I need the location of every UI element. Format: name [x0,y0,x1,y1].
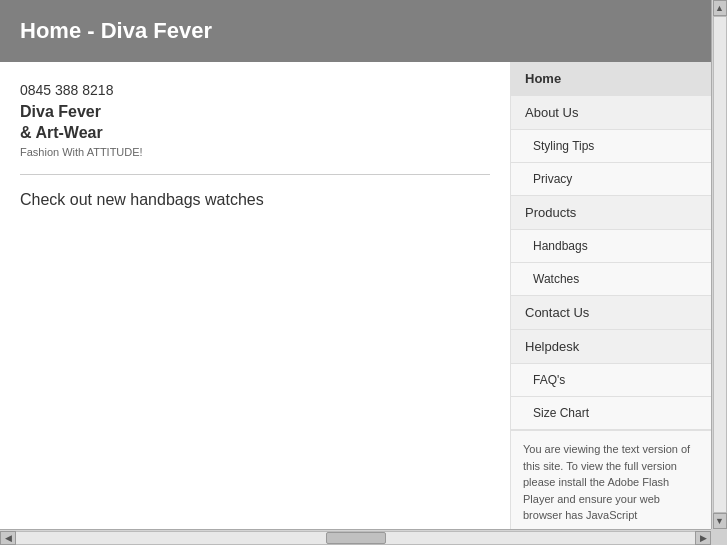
right-nav: HomeAbout UsStyling TipsPrivacyProductsH… [511,62,711,529]
scroll-right-arrow[interactable]: ▶ [695,531,711,545]
flash-notice: You are viewing the text version of this… [511,430,711,529]
scroll-up-arrow[interactable]: ▲ [713,0,727,16]
left-content: 0845 388 8218 Diva Fever & Art-Wear Fash… [0,62,511,529]
page-header: Home - Diva Fever [0,0,711,62]
nav-item-size-chart[interactable]: Size Chart [511,397,711,430]
right-scrollbar: ▲ ▼ [711,0,727,529]
page-title: Home - Diva Fever [20,18,212,43]
nav-item-privacy[interactable]: Privacy [511,163,711,196]
nav-item-handbags[interactable]: Handbags [511,230,711,263]
nav-item-styling-tips[interactable]: Styling Tips [511,130,711,163]
nav-item-contact-us[interactable]: Contact Us [511,296,711,330]
nav-item-products[interactable]: Products [511,196,711,230]
scroll-left-arrow[interactable]: ◀ [0,531,16,545]
nav-item-watches[interactable]: Watches [511,263,711,296]
scroll-track [713,16,727,513]
bottom-scrollbar: ◀ ▶ [0,529,711,545]
phone-number: 0845 388 8218 [20,82,490,98]
nav-item-home[interactable]: Home [511,62,711,96]
scroll-h-thumb[interactable] [326,532,386,544]
main-layout: 0845 388 8218 Diva Fever & Art-Wear Fash… [0,62,711,529]
page-wrapper: Home - Diva Fever 0845 388 8218 Diva Fev… [0,0,727,545]
divider [20,174,490,175]
scroll-h-track [16,531,695,545]
nav-item-about-us[interactable]: About Us [511,96,711,130]
nav-container: HomeAbout UsStyling TipsPrivacyProductsH… [511,62,711,430]
tagline: Fashion With ATTITUDE! [20,146,490,158]
nav-item-faqs[interactable]: FAQ's [511,364,711,397]
company-name: Diva Fever & Art-Wear [20,102,490,144]
scroll-down-arrow[interactable]: ▼ [713,513,727,529]
content-area: Home - Diva Fever 0845 388 8218 Diva Fev… [0,0,711,529]
promo-text: Check out new handbags watches [20,191,490,209]
nav-item-helpdesk[interactable]: Helpdesk [511,330,711,364]
